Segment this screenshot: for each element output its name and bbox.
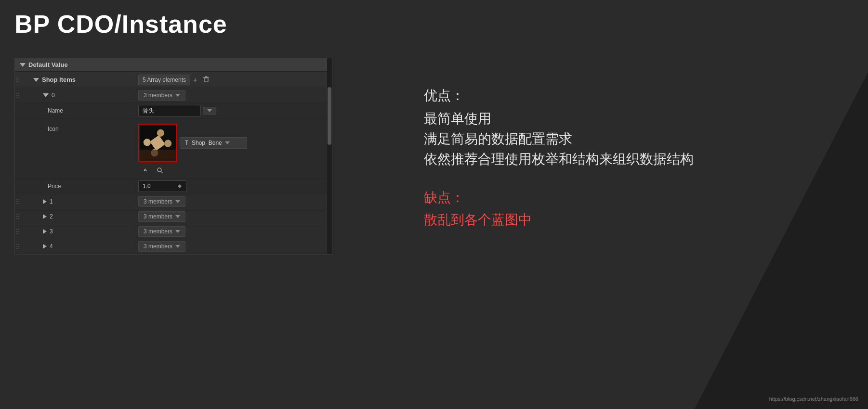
index-3-members-badge[interactable]: 3 members [138,226,185,237]
index-4-members-text: 3 members [144,243,172,250]
right-content: 优点： 最简单使用 满足简易的数据配置需求 依然推荐合理使用枚举和结构来组织数据… [424,87,694,229]
index-2-members-badge[interactable]: 3 members [138,211,185,222]
bone-thumbnail [138,124,177,162]
svg-line-14 [161,172,163,174]
index-4-chevron-icon [175,245,180,248]
name-input[interactable] [138,105,201,116]
price-value: 1.0 [143,183,151,190]
index-3-row: 3 3 members [15,224,332,239]
reset-icon-button[interactable] [140,166,151,176]
index-3-members-text: 3 members [144,228,172,235]
cons-item-0: 散乱到各个蓝图中 [424,211,694,229]
default-value-header: Default Value [15,58,332,72]
search-icon-button[interactable] [155,166,165,176]
index-0-label-col: 0 [24,89,134,102]
index-0-row: 0 3 members [15,88,332,103]
index-1-members-text: 3 members [144,198,172,205]
price-input[interactable]: 1.0 [138,180,186,192]
index-1-chevron-icon [175,200,180,203]
icon-field-label: Icon [48,126,59,132]
drag-handle-4 [15,244,24,249]
index-1-value-col: 3 members [134,194,332,209]
svg-marker-16 [178,186,182,188]
index-2-chevron-icon [175,215,180,218]
pros-item-2: 依然推荐合理使用枚举和结构来组织数据结构 [424,149,694,169]
number-spinner-icon [177,184,182,189]
index-0-members-text: 3 members [144,92,172,99]
ue-property-panel: Default Value Shop Items 5 Array element… [14,58,332,255]
index-1-expand-icon [43,199,47,204]
index-3-chevron-icon [175,230,180,233]
texture-dropdown-chevron-icon [225,141,230,144]
index-0-value-col: 3 members [134,88,332,102]
index-4-label-col: 4 [24,240,134,253]
svg-rect-0 [204,78,208,82]
icon-action-controls [138,166,165,176]
shop-items-label-col: Shop Items [24,73,134,86]
price-label-col: Price [24,180,134,192]
footer-link: https://blog.csdn.net/zhangxiaofan666 [769,396,858,402]
icon-label-col: Icon [24,122,134,135]
cons-title: 缺点： [424,189,694,207]
section-header-label: Default Value [28,61,68,68]
shop-items-value-col: 5 Array elements + [134,72,332,88]
shop-items-row: Shop Items 5 Array elements + [15,72,332,88]
index-2-members-text: 3 members [144,213,172,220]
name-dropdown-button[interactable] [203,107,216,115]
shop-items-label: Shop Items [42,76,76,83]
shop-items-collapse-icon [33,78,39,82]
drag-handle-2 [15,214,24,219]
index-1-label-col: 1 [24,195,134,208]
index-0-collapse-icon [43,93,49,97]
drag-handle [15,77,24,82]
drag-handle-0 [15,93,24,98]
scroll-thumb[interactable] [328,87,331,145]
svg-point-13 [158,168,161,172]
pros-title: 优点： [424,87,694,105]
index-4-expand-icon [43,244,47,249]
array-elements-badge: 5 Array elements [138,75,190,85]
drag-handle-3 [15,229,24,234]
pros-item-0: 最简单使用 [424,109,694,129]
index-0-members-badge[interactable]: 3 members [138,90,185,101]
index-4-label: 4 [50,243,53,250]
pros-item-1: 满足简易的数据配置需求 [424,129,694,149]
index-4-members-badge[interactable]: 3 members [138,241,185,252]
svg-marker-15 [178,184,182,186]
texture-dropdown[interactable]: T_Shop_Bone [180,137,247,149]
reset-icon [142,167,149,174]
pros-section: 优点： 最简单使用 满足简易的数据配置需求 依然推荐合理使用枚举和结构来组织数据… [424,87,694,169]
name-value-col [134,103,332,118]
index-3-label-col: 3 [24,225,134,238]
index-4-row: 4 3 members [15,239,332,254]
index-3-label: 3 [50,228,53,235]
add-element-button[interactable]: + [190,74,200,86]
delete-element-button[interactable] [200,74,212,86]
index-2-label-col: 2 [24,210,134,223]
price-row: Price 1.0 [15,179,332,194]
svg-rect-12 [139,150,176,161]
index-2-value-col: 3 members [134,209,332,224]
index-3-value-col: 3 members [134,224,332,239]
index-1-members-badge[interactable]: 3 members [138,196,185,207]
index-1-row: 1 3 members [15,194,332,209]
price-value-col: 1.0 [134,179,332,194]
scrollbar[interactable] [327,58,332,254]
index-0-label: 0 [52,92,55,99]
icon-value-col: T_Shop_Bone [134,122,332,178]
index-2-label: 2 [50,213,53,220]
icon-row: Icon [15,119,332,179]
index-2-expand-icon [43,214,47,219]
drag-handle-1 [15,199,24,204]
icon-top-row: T_Shop_Bone [138,124,247,162]
name-dropdown-chevron-icon [207,109,212,112]
price-field-label: Price [48,183,61,190]
search-icon [157,167,163,174]
index-2-row: 2 3 members [15,209,332,224]
name-label-col: Name [24,104,134,117]
texture-name: T_Shop_Bone [185,140,222,146]
index-0-chevron-icon [175,94,180,97]
index-1-label: 1 [50,198,53,205]
cons-section: 缺点： 散乱到各个蓝图中 [424,189,694,229]
name-row: Name [15,103,332,119]
